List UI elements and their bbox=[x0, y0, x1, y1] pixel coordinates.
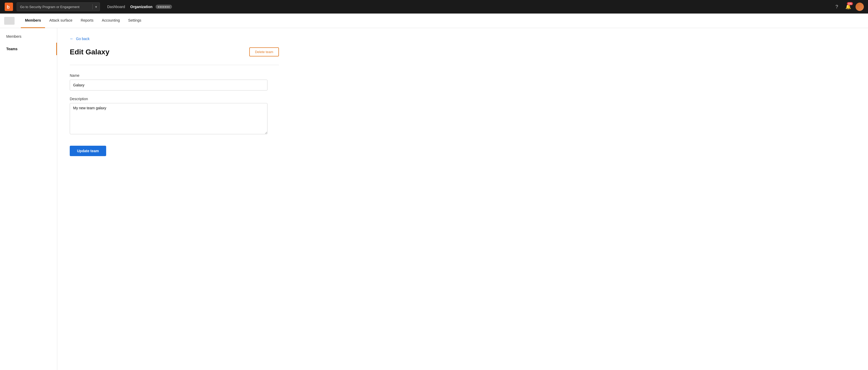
description-form-group: Description My new team galaxy bbox=[70, 97, 268, 135]
sidebar-members-label: Members bbox=[6, 34, 21, 38]
subnav-settings-label: Settings bbox=[128, 18, 141, 22]
search-chevron-icon[interactable]: ▾ bbox=[93, 5, 100, 9]
search-input-text: Go to Security Program or Engagement bbox=[17, 5, 92, 9]
help-icon: ? bbox=[835, 4, 838, 10]
sidebar: Members Teams bbox=[0, 28, 57, 370]
go-back-label: Go back bbox=[76, 37, 90, 41]
sidebar-item-teams[interactable]: Teams bbox=[0, 43, 57, 55]
topbar-nav: Dashboard Organization ●●●●●●● bbox=[105, 4, 172, 10]
section-divider bbox=[70, 65, 279, 65]
sidebar-item-members[interactable]: Members bbox=[0, 30, 57, 43]
go-back-link[interactable]: ← Go back bbox=[70, 36, 279, 41]
name-label: Name bbox=[70, 73, 268, 78]
app-logo[interactable]: b bbox=[4, 2, 13, 11]
subnav-reports[interactable]: Reports bbox=[76, 13, 98, 28]
notification-count: 131 bbox=[847, 2, 853, 5]
sidebar-teams-label: Teams bbox=[6, 47, 18, 51]
name-input[interactable] bbox=[70, 80, 268, 91]
go-back-arrow-icon: ← bbox=[70, 36, 74, 41]
search-bar[interactable]: Go to Security Program or Engagement ▾ bbox=[17, 2, 100, 11]
subnav-members[interactable]: Members bbox=[21, 13, 45, 28]
help-button[interactable]: ? bbox=[833, 3, 841, 11]
subnav-settings[interactable]: Settings bbox=[124, 13, 146, 28]
description-textarea[interactable]: My new team galaxy bbox=[70, 103, 268, 134]
main-content: ← Go back Edit Galaxy Delete team Name D… bbox=[57, 28, 291, 370]
topbar: b Go to Security Program or Engagement ▾… bbox=[0, 0, 868, 13]
subnav-members-label: Members bbox=[25, 18, 41, 22]
topbar-nav-dashboard[interactable]: Dashboard bbox=[105, 4, 127, 10]
org-logo bbox=[4, 17, 14, 25]
name-form-group: Name bbox=[70, 73, 268, 91]
org-badge: ●●●●●●● bbox=[156, 5, 172, 9]
notifications-button[interactable]: 🔔 131 bbox=[844, 3, 852, 11]
topbar-right: ? 🔔 131 bbox=[833, 3, 864, 11]
delete-team-button[interactable]: Delete team bbox=[249, 48, 279, 57]
svg-text:b: b bbox=[7, 4, 10, 10]
update-team-button[interactable]: Update team bbox=[70, 146, 106, 156]
subnav-accounting-label: Accounting bbox=[102, 18, 120, 22]
subnav-attack-surface[interactable]: Attack surface bbox=[45, 13, 76, 28]
user-avatar[interactable] bbox=[856, 3, 864, 11]
subnav-reports-label: Reports bbox=[81, 18, 93, 22]
main-layout: Members Teams ← Go back Edit Galaxy Dele… bbox=[0, 28, 868, 370]
page-title: Edit Galaxy bbox=[70, 48, 110, 56]
subnav-accounting[interactable]: Accounting bbox=[98, 13, 124, 28]
subnav-attack-surface-label: Attack surface bbox=[49, 18, 72, 22]
topbar-nav-organization[interactable]: Organization bbox=[128, 4, 155, 10]
subnav: Members Attack surface Reports Accountin… bbox=[0, 13, 868, 28]
page-header: Edit Galaxy Delete team bbox=[70, 48, 279, 57]
description-label: Description bbox=[70, 97, 268, 101]
